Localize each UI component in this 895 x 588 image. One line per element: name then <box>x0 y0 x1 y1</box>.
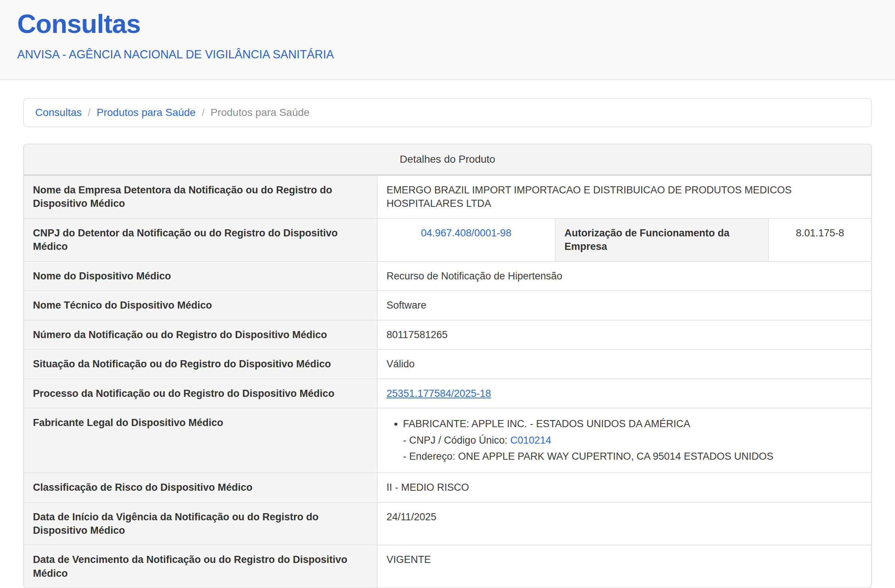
breadcrumb-current-page: Produtos para Saúde <box>211 107 310 118</box>
breadcrumb-separator: / <box>88 107 91 118</box>
table-row-situacao: Situação da Notificação ou do Registro d… <box>24 349 871 379</box>
row-label-risco: Classificação de Risco do Dispositivo Mé… <box>24 473 377 502</box>
main-content: Consultas / Produtos para Saúde / Produt… <box>0 98 895 588</box>
row-value-processo: 25351.177584/2025-18 <box>377 379 871 408</box>
processo-link[interactable]: 25351.177584/2025-18 <box>387 388 491 399</box>
table-row-cnpj: CNPJ do Detentor da Notificação ou do Re… <box>24 218 871 261</box>
product-details-panel: Detalhes do Produto Nome da Empresa Dete… <box>23 144 872 588</box>
row-label-fabricante: Fabricante Legal do Dispositivo Médico <box>24 408 377 473</box>
breadcrumb: Consultas / Produtos para Saúde / Produt… <box>23 98 872 127</box>
manufacturer-address: - Endereço: ONE APPLE PARK WAY CUPERTINO… <box>403 451 774 462</box>
row-value-situacao: Válido <box>377 349 871 379</box>
row-label-nome-dispositivo: Nome do Dispositivo Médico <box>24 261 377 291</box>
breadcrumb-separator: / <box>202 107 205 118</box>
table-row-inicio-vigencia: Data de Início da Vigência da Notificaçã… <box>24 502 871 546</box>
page-title: Consultas <box>17 9 878 39</box>
row-label-inicio-vigencia: Data de Início da Vigência da Notificaçã… <box>24 502 377 546</box>
row-label-nome-tecnico: Nome Técnico do Dispositivo Médico <box>24 291 377 320</box>
manufacturer-item: FABRICANTE: APPLE INC. - ESTADOS UNIDOS … <box>403 416 862 465</box>
manufacturer-code-label: - CNPJ / Código Único: <box>403 435 510 446</box>
panel-title: Detalhes do Produto <box>24 144 871 176</box>
manufacturer-list: FABRICANTE: APPLE INC. - ESTADOS UNIDOS … <box>387 416 862 465</box>
row-label-vencimento: Data de Vencimento da Notificação ou do … <box>24 545 377 588</box>
table-row-fabricante: Fabricante Legal do Dispositivo Médico F… <box>24 408 871 473</box>
row-value-afe: 8.01.175-8 <box>769 218 871 261</box>
breadcrumb-link-consultas[interactable]: Consultas <box>35 107 82 118</box>
page-header: Consultas ANVISA - AGÊNCIA NACIONAL DE V… <box>0 0 895 80</box>
cnpj-link[interactable]: 04.967.408/0001-98 <box>421 227 511 239</box>
table-row-risco: Classificação de Risco do Dispositivo Mé… <box>24 473 871 502</box>
table-row-empresa: Nome da Empresa Detentora da Notificação… <box>24 176 871 218</box>
row-value-numero: 80117581265 <box>377 320 871 349</box>
row-label-numero: Número da Notificação ou do Registro do … <box>24 320 377 349</box>
table-row-vencimento: Data de Vencimento da Notificação ou do … <box>24 545 871 588</box>
row-label-cnpj: CNPJ do Detentor da Notificação ou do Re… <box>24 218 377 261</box>
row-label-empresa: Nome da Empresa Detentora da Notificação… <box>24 176 377 218</box>
page-subtitle: ANVISA - AGÊNCIA NACIONAL DE VIGILÂNCIA … <box>17 48 878 61</box>
table-row-processo: Processo da Notificação ou do Registro d… <box>24 379 871 408</box>
details-table: Nome da Empresa Detentora da Notificação… <box>24 176 871 588</box>
table-row-nome-dispositivo: Nome do Dispositivo Médico Recurso de No… <box>24 261 871 291</box>
row-value-inicio-vigencia: 24/11/2025 <box>377 502 871 546</box>
row-value-vencimento: VIGENTE <box>377 545 871 588</box>
manufacturer-name: FABRICANTE: APPLE INC. - ESTADOS UNIDOS … <box>403 418 690 429</box>
manufacturer-code-link[interactable]: C010214 <box>510 435 552 446</box>
breadcrumb-link-produtos-para-saude[interactable]: Produtos para Saúde <box>97 107 196 118</box>
row-value-fabricante: FABRICANTE: APPLE INC. - ESTADOS UNIDOS … <box>377 408 871 473</box>
row-label-afe: Autorização de Funcionamento da Empresa <box>555 218 769 261</box>
row-value-risco: II - MEDIO RISCO <box>377 473 871 502</box>
row-value-nome-tecnico: Software <box>377 291 871 320</box>
row-value-nome-dispositivo: Recurso de Notificação de Hipertensão <box>377 261 871 291</box>
table-row-nome-tecnico: Nome Técnico do Dispositivo Médico Softw… <box>24 291 871 320</box>
row-value-empresa: EMERGO BRAZIL IMPORT IMPORTACAO E DISTRI… <box>377 176 871 218</box>
row-label-situacao: Situação da Notificação ou do Registro d… <box>24 349 377 379</box>
row-label-processo: Processo da Notificação ou do Registro d… <box>24 379 377 408</box>
row-value-cnpj: 04.967.408/0001-98 <box>377 218 555 261</box>
table-row-numero: Número da Notificação ou do Registro do … <box>24 320 871 349</box>
